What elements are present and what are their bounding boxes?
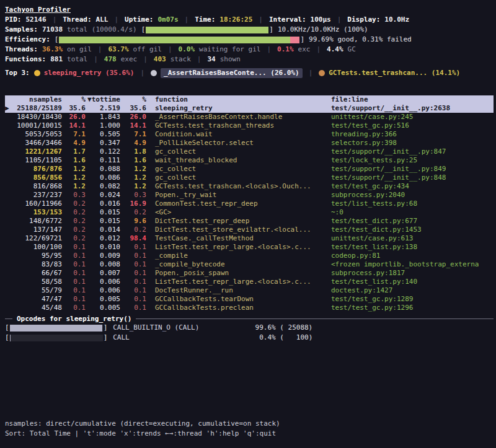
nsamples-cell: 148/6772	[12, 217, 62, 226]
selection-cursor	[5, 147, 12, 156]
table-row[interactable]: 237/2370.30.0240.3Popen._try_waitsubproc…	[5, 191, 494, 200]
cumtime-pct-cell: 0.1	[120, 278, 146, 286]
col-tottime-pct[interactable]: %	[62, 95, 86, 104]
file-line-cell: unittest/case.py:245	[331, 113, 494, 121]
col-function[interactable]: function	[146, 95, 331, 104]
selection-cursor	[5, 260, 12, 269]
table-row[interactable]: 5053/50537.10.5057.1Condition.waitthread…	[5, 130, 494, 139]
stat-value: 0.0%	[179, 45, 195, 55]
table-row[interactable]: 816/8681.20.0821.2GCTests.test_trashcan.…	[5, 182, 494, 191]
selection-cursor	[5, 226, 12, 234]
function-cell: ListTest.test_repr_large.<locals>.c...	[146, 278, 331, 286]
separator: |	[316, 45, 321, 55]
table-row[interactable]: 95/950.10.0090.1_compilecodeop.py:81	[5, 252, 494, 260]
threads-items: 36.3%on gil|63.7%off gil|0.0%waiting for…	[42, 45, 356, 55]
nsamples-cell: 122/69721	[12, 234, 62, 243]
nsamples-cell: 3466/3466	[12, 139, 62, 147]
separator: |	[185, 15, 189, 25]
tottime-pct-cell: 0.1	[62, 269, 86, 278]
file-line-cell: codeop.py:81	[331, 252, 494, 260]
thread-label: Thread:	[63, 15, 91, 25]
uptime-label: Uptime:	[125, 15, 153, 25]
cumtime-pct-cell: 0.1	[120, 260, 146, 269]
selection-cursor	[5, 165, 12, 173]
top3-label: Top 3:	[5, 68, 30, 78]
tottime-cell: 0.111	[86, 156, 120, 165]
samples-line: Samples: 71038 total (10000.4/s) 10.0KHz…	[5, 25, 494, 35]
samples-bar-fill	[146, 27, 268, 33]
opcode-pct: 0.4% ( 100)	[244, 333, 312, 343]
table-row[interactable]: 83/830.10.0080.1_compile_bytecode<frozen…	[5, 260, 494, 269]
efficiency-text: 99.69% good, 0.31% failed	[309, 35, 412, 45]
col-tottime[interactable]: ▼tottime	[86, 95, 120, 104]
table-row[interactable]: 66/670.10.0070.1Popen._posix_spawnsubpro…	[5, 269, 494, 278]
opcode-bar-track	[10, 335, 103, 341]
top3-entry: sleeping_retry (35.6%)	[44, 68, 135, 78]
selection-cursor	[5, 173, 12, 182]
top3-entry: GCTests.test_trashcan... (14.1%)	[329, 68, 460, 78]
interval-label: Interval:	[269, 15, 306, 25]
interval-value: 100µs	[311, 15, 331, 25]
uptime-value: 0m07s	[157, 15, 178, 25]
opcodes-section-title: Opcodes for sleeping_retry()	[12, 315, 136, 323]
samples-total: 71038	[42, 25, 63, 35]
table-row[interactable]: 47/470.10.0050.1GCCallbackTests.tearDown…	[5, 295, 494, 304]
table-row[interactable]: 3466/34664.90.3474.9_PollLikeSelector.se…	[5, 139, 494, 147]
separator: |	[140, 68, 144, 78]
tottime-pct-cell: 0.1	[62, 260, 86, 269]
tottime-pct-cell: 0.1	[62, 295, 86, 304]
table-row[interactable]: 100/1000.10.0100.1ListTest.test_repr_lar…	[5, 243, 494, 252]
app-title: Tachyon Profiler	[5, 5, 71, 15]
cumtime-pct-cell: 14.1	[120, 121, 146, 130]
file-line-cell: test/test_dict.py:1453	[331, 226, 494, 234]
function-cell: _PollLikeSelector.select	[146, 139, 331, 147]
table-row[interactable]: 122/697210.20.01298.4TestCase._callTestM…	[5, 234, 494, 243]
selection-cursor	[5, 269, 12, 278]
cumtime-pct-cell: 16.9	[120, 200, 146, 208]
samples-rate: 10.0KHz/10.0KHz (100%)	[278, 25, 368, 35]
function-cell: ListTest.test_repr_large.<locals>.c...	[146, 243, 331, 252]
table-row[interactable]: 18430/1843026.01.84326.0_AssertRaisesBas…	[5, 113, 494, 121]
col-cumtime-pct[interactable]: %	[120, 95, 146, 104]
tottime-cell: 0.347	[86, 139, 120, 147]
table-row[interactable]: 55/790.10.0060.1DocTestRunner.__rundocte…	[5, 286, 494, 295]
tottime-cell: 0.010	[86, 243, 120, 252]
table-row[interactable]: 160/119660.20.01616.9CommonTest.test_rep…	[5, 200, 494, 208]
nsamples-cell: 10001/10015	[12, 121, 62, 130]
nsamples-cell: 137/147	[12, 226, 62, 234]
table-row[interactable]: 1105/11051.60.1111.6wait_threads_blocked…	[5, 156, 494, 165]
cumtime-pct-cell: 1.8	[120, 147, 146, 156]
selection-cursor	[5, 304, 12, 312]
table-row[interactable]: 856/8561.20.0861.2gc_collecttest/support…	[5, 173, 494, 182]
display-label: Display:	[347, 15, 380, 25]
nsamples-cell: 55/79	[12, 286, 62, 295]
selection-cursor	[5, 156, 12, 165]
footer-keybinds: Sort: Total Time | 't':mode 'x':trends ←…	[5, 429, 280, 439]
table-row[interactable]: 45/480.10.0050.1GCCallbackTests.preclean…	[5, 304, 494, 312]
table-row[interactable]: 1221/12671.70.1221.8gc_collecttest/suppo…	[5, 147, 494, 156]
table-row[interactable]: 876/8761.20.0881.2gc_collecttest/support…	[5, 165, 494, 173]
pid-label: PID:	[5, 15, 22, 25]
tottime-pct-cell: 0.2	[62, 200, 86, 208]
table-row[interactable]: 58/580.10.0060.1ListTest.test_repr_large…	[5, 278, 494, 286]
nsamples-cell: 5053/5053	[12, 130, 62, 139]
stat-value: 881	[50, 55, 63, 64]
table-row[interactable]: 153/1530.20.0150.2<GC>~:0	[5, 208, 494, 217]
tottime-pct-cell: 1.6	[62, 156, 86, 165]
tottime-cell: 0.012	[86, 234, 120, 243]
selection-cursor	[5, 252, 12, 260]
cumtime-pct-cell: 0.1	[120, 295, 146, 304]
tottime-cell: 2.519	[86, 104, 120, 113]
col-file-line[interactable]: file:line	[331, 95, 494, 104]
profiler-screen: Tachyon Profiler PID: 52146 | Thread: AL…	[0, 0, 496, 448]
tottime-pct-cell: 0.1	[62, 304, 86, 312]
stat-label: exec	[121, 55, 138, 64]
col-nsamples[interactable]: nsamples	[12, 95, 62, 104]
table-row[interactable]: ▶25188/2518935.62.51935.6sleeping_retryt…	[5, 104, 494, 113]
efficiency-bar	[55, 35, 304, 45]
table-row[interactable]: 10001/1001514.11.00014.1GCTests.test_tra…	[5, 121, 494, 130]
opcode-bar	[5, 333, 107, 343]
tottime-pct-cell: 0.3	[62, 191, 86, 200]
table-row[interactable]: 137/1470.20.0140.2DictTest.test_store_ev…	[5, 226, 494, 234]
table-row[interactable]: 148/67720.20.0159.6DictTest.test_repr_de…	[5, 217, 494, 226]
